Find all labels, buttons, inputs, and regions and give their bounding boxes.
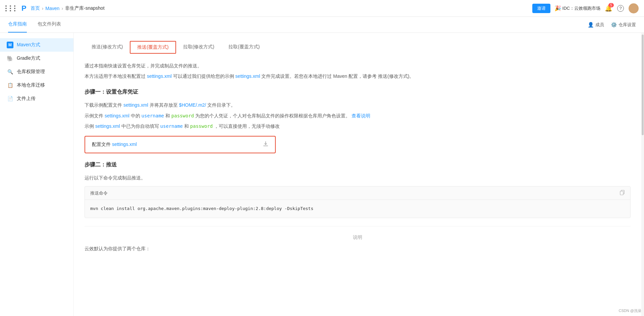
settings-xml-link2[interactable]: settings.xml — [105, 113, 129, 118]
sidebar: M Maven方式 🐘 Gradle方式 🔍 仓库权限管理 📋 本地仓库迁移 📄… — [0, 33, 74, 316]
step1-download-desc: 下载示例配置文件 settings.xml 并将其存放至 $HOME/.m2/ … — [85, 101, 631, 109]
nav-right-actions: 👤 成员 ⚙️ 仓库设置 — [588, 22, 636, 28]
notification-badge: 5 — [608, 3, 614, 7]
desc2-suffix: 文件完成设置。若您在本地进行过 Maven 配置，请参考 推送(修改方式)。 — [261, 73, 414, 79]
desc2-settings2-link[interactable]: settings.xml — [235, 73, 260, 79]
desc2-prefix: 本方法适用于本地没有配置过 — [85, 73, 146, 79]
auth-icon: 🔍 — [7, 68, 13, 75]
second-navigation: 仓库指南 包文件列表 👤 成员 ⚙️ 仓库设置 — [0, 17, 644, 33]
command-box: 推送命令 mvn clean install org.apache.maven.… — [85, 186, 631, 218]
intro-desc1: 通过本指南快速设置仓库凭证，并完成制品文件的推送。 — [85, 62, 631, 70]
settings-xml-link1[interactable]: settings.xml — [123, 102, 148, 108]
warehouse-settings-link[interactable]: ⚙️ 仓库设置 — [611, 22, 636, 28]
step2-desc: 运行以下命令完成制品推送。 — [85, 174, 631, 182]
sidebar-item-gradle[interactable]: 🐘 Gradle方式 — [0, 52, 73, 65]
sidebar-gradle-label: Gradle方式 — [17, 55, 40, 61]
home-m2-link[interactable]: $HOME/.m2/ — [179, 102, 206, 108]
tab-pull-modify[interactable]: 拉取(修改方式) — [176, 41, 221, 54]
sidebar-upload-label: 文件上传 — [17, 96, 36, 102]
breadcrumb: 首页 › Maven › 非生产库-snapshot — [31, 5, 105, 11]
upload-icon: 📄 — [7, 95, 13, 102]
content-tab-bar: 推送(修改方式) 推送(覆盖方式) 拉取(修改方式) 拉取(覆盖方式) — [85, 41, 631, 54]
intro-section: 通过本指南快速设置仓库凭证，并完成制品文件的推送。 本方法适用于本地没有配置过 … — [85, 62, 631, 81]
desc2-mid: 可以通过我们提供给您的示例 — [173, 73, 234, 79]
step1-auto-fill-desc: 示例 settings.xml 中已为你自动填写 username 和 pass… — [85, 122, 631, 130]
maven-icon: M — [7, 42, 13, 48]
tab-push-override[interactable]: 推送(覆盖方式) — [130, 41, 176, 54]
breadcrumb-home[interactable]: 首页 — [31, 5, 40, 11]
svg-rect-0 — [263, 146, 268, 146]
sidebar-maven-label: Maven方式 — [17, 42, 40, 48]
view-desc-link[interactable]: 查看说明 — [352, 113, 370, 118]
help-icon[interactable]: ? — [616, 4, 625, 12]
settings-label: 仓库设置 — [619, 22, 636, 28]
file-card-label: 配置文件 settings.xml — [92, 142, 137, 148]
file-download-icon — [263, 141, 268, 148]
scrollbar-thumb[interactable] — [642, 35, 644, 135]
intro-desc2: 本方法适用于本地没有配置过 settings.xml 可以通过我们提供给您的示例… — [85, 72, 631, 81]
step1-title: 步骤一：设置仓库凭证 — [85, 89, 631, 96]
settings-file-card[interactable]: 配置文件 settings.xml — [85, 136, 276, 153]
section-divider — [85, 226, 631, 226]
username-text2: username — [160, 123, 183, 129]
username-text1: username — [142, 113, 164, 118]
idc-emoji: 🎉 — [554, 5, 561, 11]
main-content: 推送(修改方式) 推送(覆盖方式) 拉取(修改方式) 拉取(覆盖方式) 通过本指… — [74, 33, 641, 316]
idc-label: IDC：云效领跑市场 — [562, 5, 600, 11]
tab-pull-override[interactable]: 拉取(覆盖方式) — [221, 41, 267, 54]
settings-icon: ⚙️ — [611, 22, 617, 28]
top-navigation: P 首页 › Maven › 非生产库-snapshot 邀请 🎉 IDC：云效… — [0, 0, 644, 17]
scrollbar[interactable] — [641, 33, 644, 316]
local-icon: 📋 — [7, 82, 13, 89]
tab-push-modify[interactable]: 推送(修改方式) — [85, 41, 130, 54]
grid-menu-icon[interactable] — [5, 5, 17, 11]
step1-credential-desc: 示例文件 settings.xml 中的 username 和 password… — [85, 112, 631, 120]
breadcrumb-maven[interactable]: Maven — [45, 6, 59, 11]
gradle-icon: 🐘 — [7, 55, 13, 62]
members-link[interactable]: 👤 成员 — [588, 22, 604, 28]
bottom-description: 云效默认为你提供了两个仓库： — [85, 246, 631, 252]
file-card-link: settings.xml — [112, 142, 137, 147]
user-avatar[interactable] — [629, 3, 639, 13]
idc-link[interactable]: 🎉 IDC：云效领跑市场 — [554, 5, 600, 11]
desc2-settings1-link[interactable]: settings.xml — [147, 73, 172, 79]
settings-xml-link3[interactable]: settings.xml — [95, 123, 120, 129]
sidebar-item-local[interactable]: 📋 本地仓库迁移 — [0, 78, 73, 92]
breadcrumb-current: 非生产库-snapshot — [65, 5, 104, 11]
notification-icon[interactable]: 🔔 5 — [604, 4, 612, 12]
svg-rect-2 — [620, 191, 623, 195]
tab-warehouse-guide[interactable]: 仓库指南 — [8, 17, 27, 33]
members-icon: 👤 — [588, 22, 594, 28]
main-layout: M Maven方式 🐘 Gradle方式 🔍 仓库权限管理 📋 本地仓库迁移 📄… — [0, 33, 644, 316]
sidebar-item-upload[interactable]: 📄 文件上传 — [0, 92, 73, 105]
cmd-box-title: 推送命令 — [90, 190, 108, 196]
step1-section: 步骤一：设置仓库凭证 下载示例配置文件 settings.xml 并将其存放至 … — [85, 89, 631, 153]
sidebar-auth-label: 仓库权限管理 — [17, 69, 45, 75]
sidebar-local-label: 本地仓库迁移 — [17, 82, 45, 88]
logo-icon: P — [21, 4, 26, 13]
step2-section: 步骤二：推送 运行以下命令完成制品推送。 推送命令 mvn clean inst… — [85, 161, 631, 218]
sidebar-item-maven[interactable]: M Maven方式 — [0, 38, 73, 52]
step2-title: 步骤二：推送 — [85, 161, 631, 168]
password-text2: password — [190, 123, 213, 129]
watermark: CSDN @洗澡 — [619, 308, 641, 313]
copy-icon[interactable] — [620, 190, 625, 196]
password-text1: password — [171, 113, 194, 118]
cmd-box-header: 推送命令 — [85, 187, 630, 200]
sidebar-item-auth[interactable]: 🔍 仓库权限管理 — [0, 65, 73, 78]
tab-package-list[interactable]: 包文件列表 — [38, 17, 61, 33]
cmd-box-body: mvn clean install org.apache.maven.plugi… — [85, 200, 630, 218]
section-note: 说明 — [85, 234, 631, 241]
members-label: 成员 — [595, 22, 604, 28]
invite-button[interactable]: 邀请 — [532, 4, 550, 13]
